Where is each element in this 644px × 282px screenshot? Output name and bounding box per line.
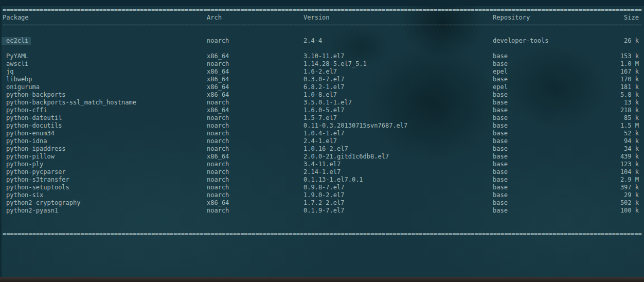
package-version: 2.4-1.el7 xyxy=(303,137,337,145)
package-version: 1.6.0-5.el7 xyxy=(303,107,344,114)
terminal-output: ========================================… xyxy=(0,6,644,276)
package-size: 218 k xyxy=(620,107,639,114)
package-name: python-pycparser xyxy=(6,168,66,176)
terminal-window[interactable]: ========================================… xyxy=(0,0,644,282)
package-size: 100 k xyxy=(620,207,639,215)
install-summary-line: Install 1 Package (+21 Dependent package… xyxy=(0,238,644,245)
package-arch: noarch xyxy=(207,168,229,176)
package-version: 2.14-1.el7 xyxy=(303,168,341,176)
table-row: oniguruma x86_64 6.8.2-1.el7 epel 181 k xyxy=(0,83,644,91)
table-row: python-six noarch 1.9.0-2.el7 base 29 k xyxy=(0,191,644,199)
separator-line: ========================================… xyxy=(0,22,644,29)
package-size: 123 k xyxy=(620,161,639,168)
package-size: 52 k xyxy=(624,130,639,137)
package-version: 3.5.0.1-1.el7 xyxy=(303,99,352,107)
package-size: 1.0 M xyxy=(620,60,639,68)
package-size: 13 k xyxy=(624,99,639,107)
table-row: python-setuptools noarch 0.9.8-7.el7 bas… xyxy=(0,184,644,191)
table-row: awscli noarch 1.14.28-5.el7_5.1 base 1.0… xyxy=(0,60,644,68)
package-name: python-pillow xyxy=(6,153,55,161)
package-version: 1.9.0-2.el7 xyxy=(303,191,344,199)
package-version: 3.10-11.el7 xyxy=(303,52,344,60)
column-header-arch: Arch xyxy=(207,14,222,22)
package-name: oniguruma xyxy=(6,83,40,91)
package-arch: noarch xyxy=(207,130,229,137)
package-size: 439 k xyxy=(620,153,639,161)
package-name: PyYAML xyxy=(6,52,28,60)
table-row: jq x86_64 1.6-2.el7 epel 167 k xyxy=(0,68,644,76)
table-row: python-ply noarch 3.4-11.el7 base 123 k xyxy=(0,161,644,168)
package-arch: noarch xyxy=(207,114,229,122)
package-version: 2.0.0-21.gitd1c6db8.el7 xyxy=(303,153,389,161)
package-arch: x86_64 xyxy=(207,153,229,161)
package-repository: base xyxy=(493,207,508,215)
column-header-repository: Repository xyxy=(493,14,530,22)
table-row: python-s3transfer noarch 0.1.13-1.el7.0.… xyxy=(0,176,644,184)
package-name: python-cffi xyxy=(6,107,47,114)
package-arch: noarch xyxy=(207,137,229,145)
package-repository: base xyxy=(493,184,508,191)
package-version: 3.4-11.el7 xyxy=(303,161,341,168)
package-arch: noarch xyxy=(207,176,229,184)
blank-line xyxy=(0,245,644,253)
package-version: 0.1.13-1.el7.0.1 xyxy=(303,176,363,184)
package-repository: base xyxy=(493,130,508,137)
section-label-installing: Installing: xyxy=(0,29,644,37)
package-arch: x86_64 xyxy=(207,107,229,114)
package-version: 0.1.9-7.el7 xyxy=(303,207,344,215)
table-row: python-ipaddress noarch 1.0.16-2.el7 bas… xyxy=(0,145,644,153)
installed-size-line: Installed size: 50 M xyxy=(0,261,644,269)
table-row: python-enum34 noarch 1.0.4-1.el7 base 52… xyxy=(0,130,644,137)
table-row: python2-cryptography x86_64 1.7.2-2.el7 … xyxy=(0,199,644,207)
table-row: libwebp x86_64 0.3.0-7.el7 base 170 k xyxy=(0,76,644,83)
package-arch: x86_64 xyxy=(207,76,229,83)
package-repository: base xyxy=(493,122,508,130)
package-size: 167 k xyxy=(620,68,639,76)
table-row: python-docutils noarch 0.11-0.3.20130715… xyxy=(0,122,644,130)
package-repository: base xyxy=(493,176,508,184)
package-name: python2-pyasn1 xyxy=(6,207,58,215)
blank-line xyxy=(0,215,644,222)
package-name: python-idna xyxy=(6,137,47,145)
package-repository: base xyxy=(493,153,508,161)
package-size: 85 k xyxy=(624,114,639,122)
separator-line: ========================================… xyxy=(0,230,644,238)
total-download-size-line: Total download size: 8.3 M xyxy=(0,253,644,261)
package-version: 2.4-4 xyxy=(303,37,322,45)
package-arch: noarch xyxy=(207,191,229,199)
package-arch: noarch xyxy=(207,37,229,45)
package-version: 1.0.16-2.el7 xyxy=(303,145,348,153)
transaction-summary-title: Transaction Summary xyxy=(0,222,644,230)
package-name: python-enum34 xyxy=(6,130,55,137)
package-version: 1.5-7.el7 xyxy=(303,114,337,122)
package-version: 1.0.4-1.el7 xyxy=(303,130,344,137)
package-size: 104 k xyxy=(620,168,639,176)
package-repository: base xyxy=(493,161,508,168)
table-row: python-pycparser noarch 2.14-1.el7 base … xyxy=(0,168,644,176)
package-arch: noarch xyxy=(207,122,229,130)
package-name: python-ply xyxy=(6,161,43,168)
package-name: ec2cli xyxy=(2,37,31,45)
package-version: 0.3.0-7.el7 xyxy=(303,76,344,83)
package-size: 153 k xyxy=(620,52,639,60)
package-name: python-dateutil xyxy=(6,114,62,122)
package-repository: base xyxy=(493,107,508,114)
package-repository: base xyxy=(493,91,508,99)
package-size: 2.9 M xyxy=(620,176,639,184)
column-header-package: Package xyxy=(3,14,29,22)
table-row: python-backports x86_64 1.0-8.el7 base 5… xyxy=(0,91,644,99)
package-name: python-six xyxy=(6,191,43,199)
package-version: 1.0-8.el7 xyxy=(303,91,337,99)
package-repository: base xyxy=(493,114,508,122)
table-row: python-idna noarch 2.4-1.el7 base 94 k xyxy=(0,137,644,145)
package-name: python-ipaddress xyxy=(6,145,66,153)
column-header-version: Version xyxy=(303,14,330,22)
package-arch: x86_64 xyxy=(207,68,229,76)
package-name: python-backports xyxy=(6,91,66,99)
table-header-row: Package Arch Version Repository Size xyxy=(0,14,644,22)
column-header-size: Size xyxy=(624,14,639,22)
confirm-prompt-line[interactable]: Is this ok [y/d/N]: xyxy=(0,269,644,276)
section-label-dependencies: Installing for dependencies: xyxy=(0,45,644,52)
package-name: python2-cryptography xyxy=(6,199,81,207)
package-size: 26 k xyxy=(624,37,639,45)
